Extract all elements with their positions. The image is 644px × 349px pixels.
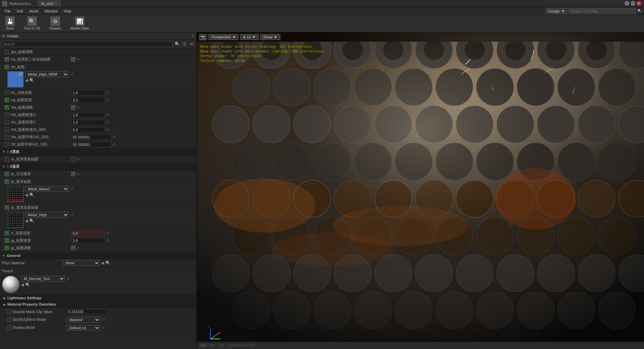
tab-close-icon[interactable]: ×: [55, 2, 57, 6]
prop-checkbox-hta[interactable]: [5, 105, 9, 110]
shading-dropdown[interactable]: Default Lit: [66, 325, 100, 331]
phys-material-back-icon[interactable]: ◀: [101, 261, 104, 265]
jb-tex-reset-icon[interactable]: ↺: [70, 187, 74, 191]
menu-edit[interactable]: Edit: [14, 8, 26, 14]
hta-value-checkbox[interactable]: [71, 105, 75, 110]
jb-height-back-icon[interactable]: ◀: [25, 219, 28, 223]
hb-texture-dropdown[interactable]: Metal_High_NRM: [25, 71, 69, 77]
prop-checkbox-hc[interactable]: [5, 90, 9, 95]
prop-checkbox-gta[interactable]: [5, 50, 9, 54]
hg-reset-icon[interactable]: ↺: [105, 98, 109, 102]
section-8-header[interactable]: ▼ 8 8置换: [0, 148, 196, 156]
htd-reset-icon[interactable]: ↺: [105, 128, 109, 131]
prop-checkbox-ha[interactable]: [5, 57, 9, 62]
jb-tex-thumb[interactable]: [7, 186, 24, 202]
prop-checkbox-jb-tex[interactable]: [5, 180, 9, 184]
rf-value-input[interactable]: [71, 231, 105, 236]
opacity-input[interactable]: [66, 309, 107, 314]
parent-reset-icon[interactable]: ↺: [66, 277, 70, 281]
prop-checkbox-jg[interactable]: [5, 238, 9, 243]
hb-reset-icon[interactable]: ↺: [70, 73, 74, 76]
hte-value-input[interactable]: [71, 134, 111, 140]
prop-checkbox-htb[interactable]: [5, 113, 9, 117]
close-button[interactable]: ×: [637, 1, 641, 6]
hb-back-icon[interactable]: ◀: [25, 78, 28, 83]
menu-window[interactable]: Window: [42, 8, 60, 14]
prop-checkbox-htd[interactable]: [5, 127, 9, 132]
ia-reset-icon[interactable]: ↺: [76, 157, 80, 161]
blend-mode-checkbox[interactable]: [7, 317, 11, 322]
details-close-button[interactable]: ×: [192, 34, 194, 38]
menu-help[interactable]: Help: [61, 8, 74, 14]
htd-value-input[interactable]: [71, 127, 105, 132]
lit-button[interactable]: ● Lit ▼: [240, 34, 259, 40]
jg-value-input[interactable]: [71, 238, 105, 243]
parent-sphere-thumb[interactable]: [2, 276, 20, 293]
htc-reset-icon[interactable]: ↺: [105, 120, 109, 124]
htf-value-input[interactable]: [71, 142, 111, 147]
find-in-cb-button[interactable]: 🔍 Find in CB: [22, 15, 42, 32]
google-dropdown[interactable]: Google ▼: [546, 8, 567, 14]
jb-tex-search-icon[interactable]: 🔍: [29, 193, 34, 197]
rf-reset-icon[interactable]: ↺: [105, 231, 109, 235]
jb-height-dropdown[interactable]: Metal_High: [25, 212, 69, 218]
hg-value-input[interactable]: [71, 98, 105, 103]
jb-open-reset-icon[interactable]: ↺: [76, 172, 80, 176]
parent-back-icon[interactable]: ◀: [21, 282, 24, 287]
prop-checkbox-jb-open[interactable]: [5, 172, 9, 176]
prop-reset-ha[interactable]: ↺: [76, 57, 80, 61]
save-button[interactable]: 💾 Save: [3, 15, 17, 32]
jb-tex-dropdown[interactable]: Metal_Mask2: [25, 186, 69, 192]
section-9-header[interactable]: ▼ 9 9遮罩: [0, 163, 196, 170]
hte-reset-icon[interactable]: ↺: [112, 135, 116, 139]
prop-checkbox-hb[interactable]: [5, 65, 9, 69]
hc-reset-icon[interactable]: ↺: [105, 91, 109, 94]
prop-checkbox-htc[interactable]: [5, 120, 9, 124]
lightmass-header[interactable]: ▶ Lightmass Settings: [0, 295, 196, 301]
htc-value-input[interactable]: [71, 120, 105, 125]
viewport-camera-icon-btn[interactable]: 📷: [199, 34, 207, 40]
mobile-stats-button[interactable]: 📊 Mobile Stats: [68, 15, 91, 32]
htf-reset-icon[interactable]: ↺: [112, 143, 116, 146]
perspective-button[interactable]: Perspective ▼: [208, 34, 239, 40]
search-help-input[interactable]: [569, 8, 636, 14]
search-list-icon[interactable]: ☰: [181, 41, 188, 47]
section-general-header[interactable]: ▼ General: [0, 253, 196, 259]
prop-value-checkbox-ha[interactable]: [71, 57, 75, 62]
opacity-checkbox[interactable]: [7, 309, 11, 314]
menu-asset[interactable]: Asset: [27, 8, 41, 14]
material-tab[interactable]: M_test* ×: [38, 1, 61, 6]
jb-height-thumb[interactable]: [7, 212, 24, 228]
details-content[interactable]: gta_贴图调整 ha_使用第二张法线贴图 ↺ hb_贴图: [0, 48, 196, 349]
parent-search-icon[interactable]: 🔍: [25, 282, 30, 287]
prop-checkbox-htf[interactable]: [5, 142, 9, 147]
jg-adj-reset-icon[interactable]: ↺: [76, 246, 80, 250]
jg-adj-value-checkbox[interactable]: [71, 246, 75, 250]
search-magnify-icon[interactable]: 🔍: [174, 41, 180, 47]
show-button[interactable]: Show ▼: [260, 34, 280, 40]
prop-checkbox-rf[interactable]: [5, 231, 9, 235]
forums-link[interactable]: 论坛: [218, 343, 225, 348]
search-eye-icon[interactable]: 👁: [189, 41, 195, 47]
htb-value-input[interactable]: [71, 112, 105, 118]
prop-checkbox-jg-adj[interactable]: [5, 246, 9, 250]
blend-mode-reset-icon[interactable]: ↺: [101, 318, 105, 321]
viewport-panel[interactable]: 📷 Perspective ▼ ● Lit ▼ Show ▼ Base pass…: [197, 32, 644, 349]
shading-reset-icon[interactable]: ↺: [101, 326, 105, 329]
prop-checkbox-hg[interactable]: [5, 98, 9, 102]
htb-reset-icon[interactable]: ↺: [105, 113, 109, 117]
phys-material-search-icon[interactable]: 🔍: [105, 261, 110, 265]
phys-material-dropdown[interactable]: None: [63, 260, 100, 266]
hb-search-icon[interactable]: 🔍: [29, 78, 34, 83]
prop-checkbox-hte[interactable]: [5, 135, 9, 139]
ia-value-checkbox[interactable]: [71, 157, 75, 161]
hta-reset-icon[interactable]: ↺: [76, 106, 80, 109]
jb-tex-back-icon[interactable]: ◀: [25, 193, 28, 197]
jb-height-reset-icon[interactable]: ↺: [70, 213, 74, 217]
menu-file[interactable]: File: [2, 8, 13, 14]
maximize-button[interactable]: □: [631, 1, 635, 6]
community-link[interactable]: 社区: [209, 343, 215, 348]
search-icon[interactable]: 🔍: [637, 9, 642, 13]
jb-height-search-icon[interactable]: 🔍: [29, 219, 34, 223]
jb-open-value-checkbox[interactable]: [71, 172, 75, 176]
